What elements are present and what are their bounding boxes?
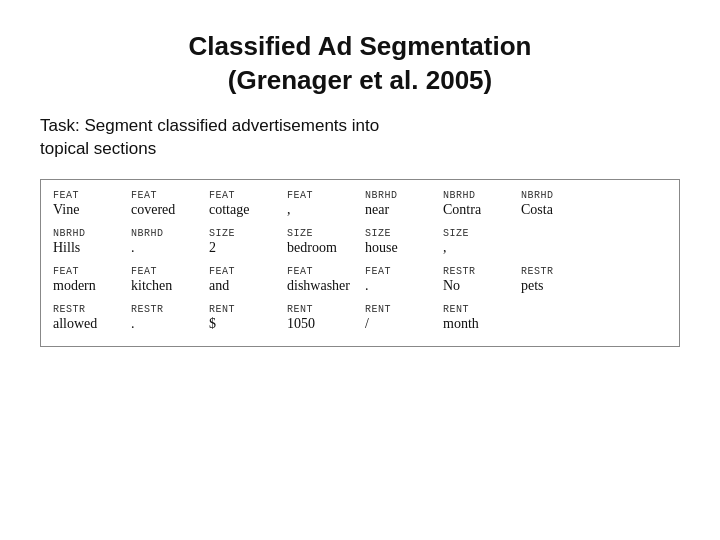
cell-word: modern [53,278,96,294]
table-cell: FEAT. [361,266,439,294]
cell-word: . [131,240,135,256]
cell-tag: NBRHD [521,190,554,201]
table-cell: NBRHDContra [439,190,517,218]
table-row: RESTRallowedRESTR.RENT$RENT1050RENT/RENT… [49,304,671,332]
cell-tag: FEAT [53,266,79,277]
cell-word: pets [521,278,544,294]
table-cell: FEAT, [283,190,361,218]
cell-word: , [287,202,291,218]
cell-tag: RESTR [131,304,164,315]
cell-word: dishwasher [287,278,350,294]
cell-tag: FEAT [365,266,391,277]
cell-word: Vine [53,202,79,218]
cell-tag: NBRHD [365,190,398,201]
cell-tag: FEAT [287,190,313,201]
cell-tag: FEAT [131,190,157,201]
cell-word: cottage [209,202,249,218]
cell-tag: NBRHD [53,228,86,239]
cell-tag: RESTR [53,304,86,315]
cell-tag: FEAT [209,190,235,201]
cell-word: $ [209,316,216,332]
cell-word: No [443,278,460,294]
cell-tag: NBRHD [443,190,476,201]
cell-word: Hills [53,240,80,256]
cell-tag: SIZE [287,228,313,239]
table-cell: NBRHDCosta [517,190,595,218]
cell-word: kitchen [131,278,172,294]
table-cell: FEATcovered [127,190,205,218]
table-cell: RESTRpets [517,266,595,294]
cell-word: house [365,240,398,256]
table-cell: SIZE, [439,228,517,256]
cell-tag: RENT [443,304,469,315]
cell-tag: RESTR [443,266,476,277]
page-title: Classified Ad Segmentation (Grenager et … [189,30,532,98]
segmentation-table: FEATVineFEATcoveredFEATcottageFEAT,NBRHD… [40,179,680,347]
cell-tag: RENT [209,304,235,315]
cell-tag: FEAT [287,266,313,277]
cell-word: / [365,316,369,332]
cell-tag: RENT [365,304,391,315]
table-cell: SIZEbedroom [283,228,361,256]
table-row: FEATmodernFEATkitchenFEATandFEATdishwash… [49,266,671,294]
cell-word: Contra [443,202,481,218]
cell-tag: FEAT [131,266,157,277]
table-cell: SIZE2 [205,228,283,256]
cell-word: Costa [521,202,553,218]
table-cell: RESTRNo [439,266,517,294]
table-row: FEATVineFEATcoveredFEATcottageFEAT,NBRHD… [49,190,671,218]
table-cell: RESTR. [127,304,205,332]
cell-word: 1050 [287,316,315,332]
table-cell: RENT$ [205,304,283,332]
table-cell: NBRHDHills [49,228,127,256]
cell-word: month [443,316,479,332]
table-row: NBRHDHillsNBRHD.SIZE2SIZEbedroomSIZEhous… [49,228,671,256]
table-cell: FEATkitchen [127,266,205,294]
table-cell: RENTmonth [439,304,517,332]
table-cell: FEATmodern [49,266,127,294]
page-subtitle: Task: Segment classified advertisements … [40,114,680,162]
cell-word: , [443,240,447,256]
table-cell: FEATand [205,266,283,294]
cell-tag: RESTR [521,266,554,277]
table-cell: FEATdishwasher [283,266,361,294]
cell-word: . [365,278,369,294]
cell-tag: FEAT [53,190,79,201]
table-cell: RESTRallowed [49,304,127,332]
table-cell: FEATVine [49,190,127,218]
table-cell: RENT/ [361,304,439,332]
table-cell: FEATcottage [205,190,283,218]
table-cell [517,304,595,305]
table-cell [517,228,595,229]
cell-tag: RENT [287,304,313,315]
table-cell: RENT1050 [283,304,361,332]
cell-word: . [131,316,135,332]
table-cell: NBRHD. [127,228,205,256]
cell-tag: FEAT [209,266,235,277]
cell-tag: NBRHD [131,228,164,239]
table-cell: SIZEhouse [361,228,439,256]
table-cell: NBRHDnear [361,190,439,218]
cell-tag: SIZE [209,228,235,239]
cell-word: near [365,202,389,218]
cell-tag: SIZE [365,228,391,239]
cell-word: and [209,278,229,294]
cell-word: allowed [53,316,97,332]
cell-word: covered [131,202,175,218]
cell-tag: SIZE [443,228,469,239]
cell-word: 2 [209,240,216,256]
cell-word: bedroom [287,240,337,256]
